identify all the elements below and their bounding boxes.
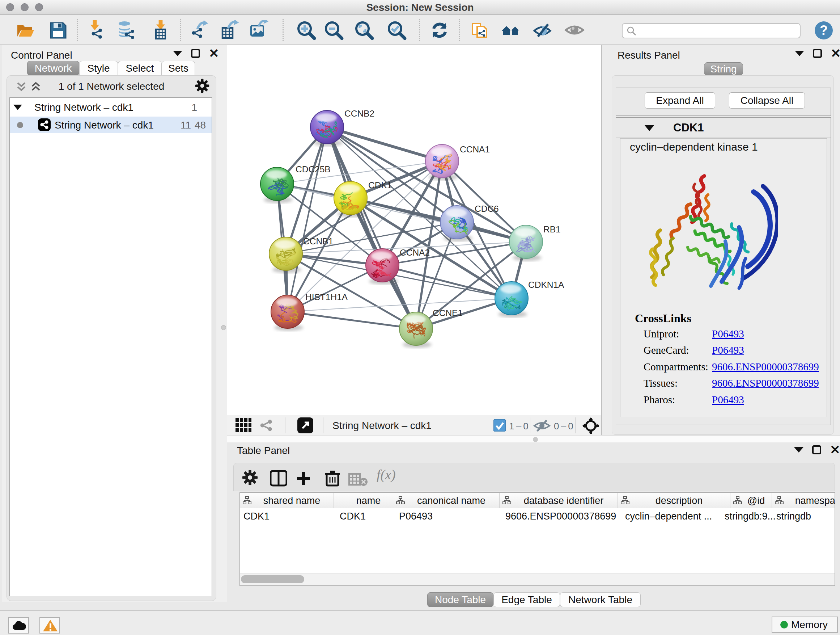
svg-text:CDC25B: CDC25B [295, 165, 331, 174]
svg-text:CDKN1A: CDKN1A [528, 280, 564, 290]
svg-text:CDC6: CDC6 [475, 204, 499, 214]
svg-text:CCNE1: CCNE1 [433, 308, 463, 318]
svg-text:CCNA2: CCNA2 [400, 248, 430, 257]
svg-text:CCNB1: CCNB1 [303, 236, 333, 246]
svg-text:CDK1: CDK1 [368, 180, 392, 190]
svg-text:CCNA1: CCNA1 [460, 144, 490, 154]
svg-text:HIST1H1A: HIST1H1A [305, 292, 348, 302]
svg-text:CCNB2: CCNB2 [344, 109, 374, 119]
svg-text:?: ? [820, 23, 828, 38]
svg-text:RB1: RB1 [543, 225, 561, 234]
